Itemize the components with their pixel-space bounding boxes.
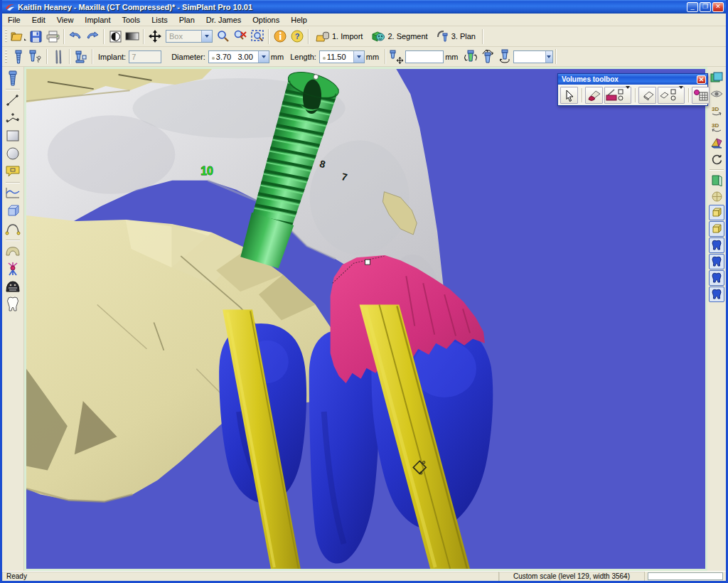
cube-clip-button-1[interactable] [709,205,724,220]
implant-wizard-button[interactable] [27,48,44,65]
rectangle-tool-button[interactable] [4,127,21,144]
toolbar-grip[interactable] [4,29,8,43]
measure-angle-icon [6,111,20,125]
move-implant-button[interactable] [388,48,405,65]
window-level-button[interactable] [124,28,141,45]
tooth-view-button-1[interactable] [709,237,724,253]
import-icon [316,31,330,43]
place-implant-icon [14,50,23,64]
tooth-view-button-2[interactable] [709,254,724,269]
diameter-combo[interactable]: 3.70 3.00 [208,50,269,63]
save-button[interactable] [27,28,44,45]
menu-lists[interactable]: Lists [146,14,173,26]
volumes-toolbox-titlebar[interactable]: Volumes toolbox ✕ [558,74,707,85]
window-level-icon [125,32,139,41]
menu-options[interactable]: Options [247,14,285,26]
jaw-button[interactable] [4,242,21,260]
implant-tool-icon [8,70,18,86]
measure-angle-button[interactable] [4,109,21,127]
help-button[interactable]: ? [289,28,306,45]
rotate-3d-button[interactable]: 3D [709,102,724,118]
menu-view[interactable]: View [51,14,80,26]
parallel-pins-button[interactable] [50,48,67,65]
print-icon [46,31,60,43]
ellipse-tool-button[interactable] [4,145,21,162]
restore-button[interactable]: ❐ [700,2,711,12]
print-button[interactable] [44,28,61,45]
menu-help[interactable]: Help [285,14,313,26]
main-toolbar: Box [2,26,726,47]
close-icon[interactable]: ✕ [697,75,706,84]
sphere-grid-button[interactable] [692,87,710,104]
implant-tool-button[interactable] [4,70,21,87]
menu-dr-james[interactable]: Dr. James [200,14,247,26]
3d-viewport[interactable]: 10 8 7 [24,67,707,571]
place-implant-button[interactable] [10,48,27,65]
sphere-icon [711,191,723,203]
menu-edit[interactable]: Edit [26,14,51,26]
tooth-view-button-3[interactable] [709,270,724,286]
toolbar-grip[interactable] [4,50,8,64]
annotation-button[interactable] [4,163,21,180]
menu-implant[interactable]: Implant [79,14,116,26]
pan-icon [148,29,162,43]
implant-toolbar: Implant: 7 Diameter: 3.70 3.00 mm Length… [2,47,726,67]
cube-3d-button[interactable] [4,203,21,220]
undo-button[interactable] [67,28,84,45]
eraser-button[interactable] [638,87,656,104]
rotate-angle-combo[interactable] [513,50,553,63]
implant-neck-handle[interactable] [365,260,370,264]
refresh-button[interactable] [709,151,724,167]
panorex-icon [5,280,21,293]
erase-rect-button[interactable] [658,87,685,104]
select-cursor-button[interactable] [560,87,578,104]
paint-brush-button[interactable] [585,87,603,104]
info-button[interactable] [272,28,289,45]
plan-step-button[interactable]: 3. Plan [432,28,480,45]
redo-button[interactable] [84,28,101,45]
svg-text:3D: 3D [712,122,719,129]
menu-tools[interactable]: Tools [116,14,146,26]
prism-button[interactable] [709,135,724,151]
segment-step-button[interactable]: 2. Segment [367,28,432,45]
paint-rect-button[interactable] [604,87,631,104]
nerve-button[interactable] [4,260,21,277]
invert-button[interactable] [107,28,124,45]
tooth-view-button-4[interactable] [709,287,724,302]
close-button[interactable]: ✕ [712,2,724,12]
menu-file[interactable]: File [2,14,26,26]
panorex-button[interactable] [4,278,21,295]
move-distance-field[interactable] [405,50,444,63]
arch-curve-button[interactable] [4,220,21,237]
implant-label: Implant: [98,53,126,61]
zoom-button[interactable] [215,28,232,45]
abutment-button[interactable] [73,48,90,65]
svg-text:?: ? [295,32,300,41]
rotate-implant-base-button[interactable] [496,48,513,65]
pan-button[interactable] [146,28,164,45]
profile-curve-button[interactable] [4,185,21,202]
rotate-3d-alt-button[interactable]: 3D [709,119,724,134]
open-button[interactable] [10,28,27,45]
zoom-remove-button[interactable] [232,28,249,45]
undo-icon [68,31,82,41]
length-combo[interactable]: 11.50 [319,50,365,63]
rotate-implant-top-button[interactable] [479,48,496,65]
menu-plan[interactable]: Plan [173,14,200,26]
sphere-button[interactable] [709,188,724,204]
tooth-blue-icon [711,289,722,300]
viewports-button[interactable] [709,70,724,85]
eye-button[interactable] [709,86,724,102]
zoom-fit-button[interactable] [249,28,266,45]
volume-render-button[interactable] [709,172,724,188]
minimize-button[interactable]: _ [687,2,698,12]
import-step-button[interactable]: 1. Import [311,28,367,45]
tooth-tool-button[interactable] [4,296,21,313]
cube-yellow-icon [711,223,723,235]
volumes-toolbox[interactable]: Volumes toolbox ✕ [557,73,708,106]
rotate-implant-axial-button[interactable] [462,48,479,65]
zoom-remove-icon [233,30,247,43]
cube-clip-button-2[interactable] [709,221,724,237]
measure-line-button[interactable] [4,92,21,109]
window-title: Kaitlin Heaney - Maxilla (CT Compressed)… [18,3,687,11]
